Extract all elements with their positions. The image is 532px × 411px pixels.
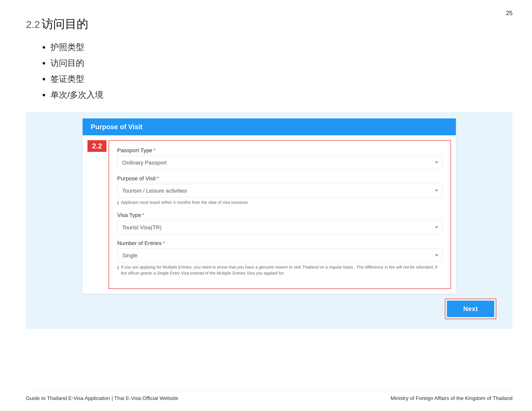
form-header: Purpose of Visit (83, 118, 456, 135)
page-number: 25 (506, 10, 513, 17)
passport-type-select[interactable]: Ordinary Passport (117, 156, 442, 169)
number-of-entries-label: Number of Entries* (117, 240, 442, 246)
purpose-of-visit-group: Purpose of Visit* Tourism / Leisure acti… (117, 175, 442, 206)
section-title: 2.2访问目的 (26, 16, 513, 32)
visa-type-select[interactable]: Tourist Visa(TR) (117, 221, 442, 234)
entries-hint: ℹ If you are applying for Multiple Entri… (117, 264, 442, 276)
purpose-of-visit-select[interactable]: Tourism / Leisure activities (117, 184, 442, 197)
footer-left-text: Guide to Thailand E-Visa Application | T… (26, 395, 178, 401)
footer: Guide to Thailand E-Visa Application | T… (26, 390, 513, 401)
footer-right-text: Ministry of Foreign Affairs of the Kingd… (391, 395, 513, 401)
form-card: Purpose of Visit 2.2 Passport Type* Ordi… (83, 118, 456, 294)
next-button-wrapper: Next (445, 299, 496, 319)
visa-type-label: Visa Type* (117, 212, 442, 218)
bullet-list: 护照类型 访问目的 签证类型 单次/多次入境 (42, 42, 513, 101)
list-item: 访问目的 (42, 57, 513, 69)
section-title-text: 访问目的 (42, 17, 88, 30)
info-icon: ℹ (117, 200, 119, 206)
list-item: 签证类型 (42, 73, 513, 85)
number-of-entries-select[interactable]: Single (117, 249, 442, 262)
list-item: 单次/多次入境 (42, 89, 513, 101)
section-badge: 2.2 (87, 140, 106, 152)
visa-type-group: Visa Type* Tourist Visa(TR) (117, 212, 442, 234)
info-icon-2: ℹ (117, 264, 119, 271)
purpose-of-visit-label: Purpose of Visit* (117, 175, 442, 182)
section-number: 2.2 (26, 19, 40, 30)
passport-type-group: Passport Type* Ordinary Passport (117, 147, 442, 169)
list-item: 护照类型 (42, 42, 513, 53)
passport-type-label: Passport Type* (117, 147, 442, 153)
number-of-entries-group: Number of Entries* Single ℹ If you are a… (117, 240, 442, 276)
next-button[interactable]: Next (447, 301, 494, 317)
screenshot-panel: Purpose of Visit 2.2 Passport Type* Ordi… (26, 112, 513, 329)
form-inner: Passport Type* Ordinary Passport Purpose… (109, 140, 451, 289)
purpose-hint: ℹ Applicant must travel within 3 months … (117, 199, 442, 206)
next-button-area: Next (32, 299, 506, 319)
form-body-wrapper: 2.2 Passport Type* Ordinary Passport (83, 135, 456, 294)
